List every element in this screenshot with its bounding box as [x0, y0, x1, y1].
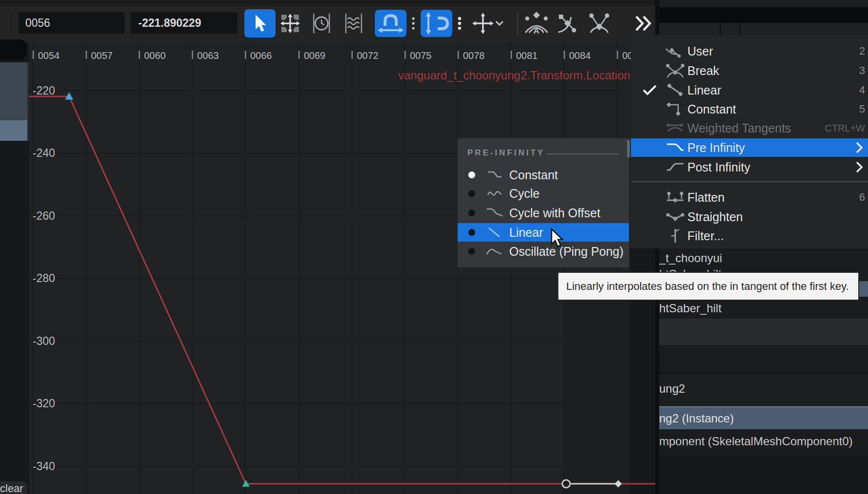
svg-text:-220: -220: [33, 84, 55, 97]
svg-text:0078: 0078: [463, 50, 485, 61]
svg-text:0081: 0081: [516, 50, 538, 61]
svg-text:0066: 0066: [250, 50, 272, 61]
svg-text:-300: -300: [33, 335, 55, 347]
svg-text:-260: -260: [33, 209, 55, 222]
svg-text:0054: 0054: [38, 50, 60, 61]
svg-text:0069: 0069: [304, 50, 326, 61]
svg-text:-320: -320: [33, 397, 55, 410]
svg-text:0084: 0084: [569, 50, 591, 61]
svg-text:0075: 0075: [410, 50, 432, 61]
svg-text:0072: 0072: [357, 50, 379, 61]
svg-text:-280: -280: [33, 272, 55, 285]
svg-text:A: A: [534, 26, 539, 36]
svg-text:vanguard_t_choonyung2.Transfor: vanguard_t_choonyung2.Transform.Location: [398, 69, 630, 82]
svg-text:-340: -340: [33, 460, 55, 473]
svg-text:0060: 0060: [144, 50, 166, 61]
svg-text:-240: -240: [33, 147, 55, 159]
svg-text:0063: 0063: [197, 50, 219, 61]
svg-text:0057: 0057: [91, 50, 113, 61]
